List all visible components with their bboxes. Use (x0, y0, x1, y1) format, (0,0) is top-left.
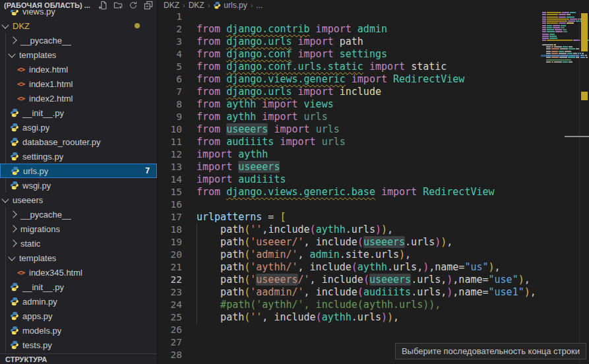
code-token: admin (357, 23, 387, 35)
code-token: from (197, 61, 226, 73)
python-file-icon (9, 137, 19, 147)
code-line-23[interactable]: 23 path('aadmin/', include(audiiits.urls… (158, 286, 589, 299)
tree-item-label: index2.html (29, 94, 73, 104)
code-line-18[interactable]: 18 path('',include(aythh.urls)), (158, 224, 589, 236)
new-file-icon[interactable] (98, 1, 108, 10)
python-file-icon (9, 326, 19, 336)
tree-file-tests.py[interactable]: tests.py (0, 338, 157, 352)
eol-tooltip: Выберите последовательность конца строки (395, 343, 586, 359)
code-token: import (375, 186, 423, 198)
code-line-14[interactable]: 14import audiiits (158, 173, 589, 186)
code-line-1[interactable]: 1 (158, 11, 589, 23)
tree-item-label: useeers (13, 195, 43, 205)
code-token: , (405, 249, 411, 260)
tree-file-index2.html[interactable]: <>index2.html (0, 91, 157, 106)
line-number: 13 (158, 161, 182, 173)
python-file-icon (9, 297, 19, 307)
tree-file-models.py[interactable]: models.py (0, 323, 157, 338)
code-line-2[interactable]: 2from django.contrib import admin (158, 23, 589, 36)
python-file-icon (9, 123, 19, 133)
tree-file-asgi.py[interactable]: asgi.py (0, 120, 157, 135)
collapse-all-icon[interactable] (144, 1, 153, 10)
code-token: import (292, 36, 340, 47)
code-line-3[interactable]: 3from django.urls import path (158, 36, 589, 48)
code-token: admin (310, 249, 340, 260)
code-token: ) (381, 224, 387, 235)
tree-file-__init__.py[interactable]: __init__.py (0, 106, 157, 120)
breadcrumb-item[interactable]: ... (256, 1, 263, 10)
breadcrumb-item[interactable]: urls.py (213, 1, 247, 10)
chevron-right-icon (9, 210, 16, 218)
code-line-7[interactable]: 7from django.urls import include (158, 86, 589, 98)
tree-folder-useeers[interactable]: useeers (0, 193, 157, 207)
tree-folder-templates[interactable]: templates (0, 47, 157, 62)
line-number: 4 (158, 48, 182, 61)
tree-folder-static[interactable]: static (0, 236, 157, 251)
tree-file-__init__.py[interactable]: __init__.py (0, 280, 157, 294)
tree-folder-__pycache__[interactable]: __pycache__ (0, 207, 157, 222)
tree-file-index.html[interactable]: <>index.html (0, 62, 157, 76)
minimap-current-line (541, 55, 579, 57)
tree-file-wsgi.py[interactable]: wsgi.py (0, 178, 157, 193)
code-line-16[interactable]: 16 (158, 198, 589, 211)
code-line-20[interactable]: 20 path('admin/', admin.site.urls), (158, 249, 589, 261)
tree-folder-migrations[interactable]: migrations (0, 222, 157, 236)
breadcrumb-item[interactable]: DKZ (164, 1, 179, 10)
code-line-17[interactable]: 17urlpatterns = [ (158, 211, 589, 224)
code-line-24[interactable]: 24 #path('aythh/', include(aythh.urls)), (158, 299, 589, 311)
code-line-4[interactable]: 4from django.conf import settings (158, 48, 589, 61)
code-token: include (316, 236, 357, 248)
tree-folder-templates[interactable]: templates (0, 251, 157, 265)
code-line-8[interactable]: 8from aythh import views (158, 98, 589, 111)
tree-folder-__pycache__[interactable]: __pycache__ (0, 33, 157, 47)
code-line-21[interactable]: 21 path('aythh/', include(aythh.urls,),n… (158, 261, 589, 274)
code-line-15[interactable]: 15from django.views.generic.base import … (158, 186, 589, 198)
code-token: ,name= (429, 261, 464, 273)
line-number: 24 (158, 299, 182, 311)
html-file-icon: <> (16, 94, 26, 104)
code-area[interactable]: 12from django.contrib import admin3from … (158, 11, 589, 361)
tree-file-index345.html[interactable]: <>index345.html (0, 265, 157, 280)
code-token: .urls (405, 236, 435, 248)
code-line-25[interactable]: 25 path('', include(aythh.urls)), (158, 311, 589, 324)
tree-file-admin.py[interactable]: admin.py (0, 294, 157, 309)
tree-file-index1.html[interactable]: <>index1.html (0, 76, 157, 91)
code-token: include (310, 261, 352, 273)
code-token: ) (399, 249, 405, 260)
code-line-26[interactable]: 26 (158, 324, 589, 336)
code-line-12[interactable]: 12import aythh (158, 148, 589, 161)
code-line-13[interactable]: 13import useeers (158, 161, 589, 173)
html-file-icon: <> (16, 79, 26, 89)
code-line-5[interactable]: 5from django.conf.urls.static import sta… (158, 61, 589, 73)
outline-section-header[interactable]: СТРУКТУРА (0, 353, 157, 364)
line-number: 17 (158, 211, 182, 224)
tree-file-urls.py[interactable]: urls.py7 (0, 164, 157, 178)
tree-folder-DKZ[interactable]: DKZ (0, 18, 157, 33)
code-token: /' (298, 274, 310, 286)
breadcrumb-label: DKZ (164, 1, 179, 10)
code-line-11[interactable]: 11from audiiits import urls (158, 136, 589, 148)
tree-file-database_roouter.py[interactable]: database_roouter.py (0, 135, 157, 149)
tree-file-apps.py[interactable]: apps.py (0, 309, 157, 323)
code-token: ) (375, 224, 381, 235)
code-line-10[interactable]: 10from useeers import urls (158, 123, 589, 136)
code-token: .urls, (411, 274, 447, 286)
code-token: ( (244, 311, 250, 323)
new-folder-icon[interactable] (113, 1, 123, 10)
breadcrumb-item[interactable]: DKZ (189, 1, 204, 10)
code-line-19[interactable]: 19 path('useeer/', include(useeers.urls)… (158, 236, 589, 249)
warning-marker (581, 13, 588, 51)
code-token: import (292, 86, 340, 98)
code-line-22[interactable]: 22 path('useeers/', include(useeers.urls… (158, 274, 589, 286)
minimap[interactable] (541, 0, 579, 364)
code-token: path (197, 261, 244, 273)
code-token: ( (244, 261, 250, 273)
refresh-icon[interactable] (129, 1, 138, 10)
file-tree: views.pyDKZ__pycache__templates<>index.h… (0, 0, 157, 354)
code-line-9[interactable]: 9from aythh import urls (158, 111, 589, 123)
tree-file-settings.py[interactable]: settings.py (0, 149, 157, 164)
code-token: from (197, 98, 226, 110)
code-line-6[interactable]: 6from django.views.generic import Redire… (158, 73, 589, 86)
html-file-icon: <> (16, 65, 26, 75)
minimap-line (542, 38, 558, 39)
